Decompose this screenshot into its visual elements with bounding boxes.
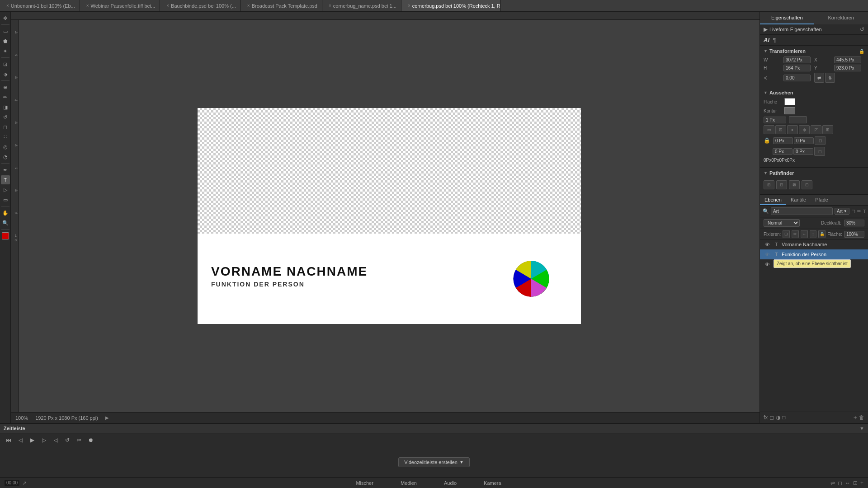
stamp-tool-icon[interactable]: ◨: [1, 103, 10, 112]
shape-opt-2[interactable]: ⊡: [775, 125, 786, 134]
play-icon[interactable]: ▶: [764, 26, 768, 33]
timeline-btn-loop[interactable]: ↺: [63, 436, 71, 444]
shape-opt-5[interactable]: ◸: [811, 125, 821, 134]
canvas-scroll-area[interactable]: VORNAME NACHNAME FUNKTION DER PERSON: [19, 20, 760, 412]
pf-btn-4[interactable]: ⊡: [802, 180, 812, 189]
timeline-btn-audio[interactable]: ◁: [52, 436, 60, 444]
fix-btn-4[interactable]: ↕: [810, 230, 817, 238]
visibility-icon-vorname[interactable]: 👁: [764, 241, 771, 248]
tab-0[interactable]: × Unbenannt-1 bei 100% (Eb...: [0, 0, 80, 11]
lasso-tool-icon[interactable]: ⬟: [1, 37, 10, 46]
bottom-bar-kamera[interactable]: Kamera: [484, 480, 501, 486]
text-tool-icon[interactable]: T: [1, 175, 10, 184]
fix-btn-1[interactable]: ⊡: [783, 230, 790, 238]
layer-fx-btn[interactable]: fx: [764, 414, 768, 421]
timeline-btn-start[interactable]: ⏮: [5, 436, 13, 444]
w-field[interactable]: [783, 56, 811, 63]
dodge-tool-icon[interactable]: ◔: [1, 152, 10, 161]
timeline-btn-next[interactable]: ▷: [40, 436, 48, 444]
layer-icon-3[interactable]: T: [863, 209, 866, 214]
eraser-tool-icon[interactable]: ◻: [1, 122, 10, 131]
tab-5[interactable]: × cornerbug.psd bei 100% (Rechteck 1, RG…: [401, 0, 501, 11]
layer-item-vorname[interactable]: 👁 T Vorname Nachname: [760, 239, 868, 249]
corner-opt-1[interactable]: ◻: [815, 136, 826, 145]
bottom-bar-audio[interactable]: Audio: [444, 480, 457, 486]
layer-group-btn[interactable]: □: [782, 414, 785, 421]
text-icon[interactable]: ¶: [773, 37, 776, 43]
tab-close-0[interactable]: ×: [6, 3, 9, 8]
timeline-btn-prev[interactable]: ◁: [16, 436, 24, 444]
brush-tool-icon[interactable]: ✏: [1, 93, 10, 102]
shape-opt-1[interactable]: ▭: [764, 125, 774, 134]
corner-x1[interactable]: [773, 137, 793, 144]
pf-btn-2[interactable]: ⊟: [776, 180, 787, 189]
fix-btn-5[interactable]: 🔒: [818, 230, 826, 238]
layers-search-input[interactable]: [771, 207, 833, 215]
blur-tool-icon[interactable]: ◎: [1, 142, 10, 151]
flaeche-color[interactable]: [784, 98, 795, 105]
stroke-style-1[interactable]: ──: [789, 116, 807, 123]
tab-2[interactable]: × Bauchbinde.psd bei 100% (...: [160, 0, 241, 11]
corner-lock[interactable]: 🔒: [764, 137, 770, 144]
fill-input[interactable]: [844, 231, 864, 238]
healing-tool-icon[interactable]: ⊕: [1, 83, 10, 92]
flip-h-icon[interactable]: ⇌: [814, 73, 824, 83]
layers-tab-ebenen[interactable]: Ebenen: [760, 195, 786, 205]
angle-field[interactable]: [783, 75, 811, 81]
tab-eigenschaften[interactable]: Eigenschaften: [760, 12, 814, 24]
tab-close-3[interactable]: ×: [247, 3, 250, 8]
create-video-timeline-btn[interactable]: Videozeiitleiste erstellen ▼: [398, 457, 470, 467]
layer-item-funktion[interactable]: 👁 T Funktion der Person Zeigt an, ob ein…: [760, 249, 868, 259]
tab-korrekturen[interactable]: Korrekturen: [814, 12, 868, 24]
tab-4[interactable]: × cornerbug_name.psd bei 1...: [322, 0, 401, 11]
crop-tool-icon[interactable]: ⊡: [1, 60, 10, 69]
shape-opt-6[interactable]: ⊞: [822, 125, 833, 134]
bottom-icon-1[interactable]: ⇌: [830, 480, 835, 486]
corner-y1[interactable]: [773, 148, 793, 155]
corner-opt-2[interactable]: ◻: [814, 147, 825, 156]
bottom-bar-mischer[interactable]: Mischer: [356, 480, 373, 486]
bottom-bar-medien[interactable]: Medien: [401, 480, 417, 486]
kontur-size-field[interactable]: [764, 117, 786, 123]
path-selection-tool-icon[interactable]: ▷: [1, 185, 10, 194]
tab-close-1[interactable]: ×: [86, 3, 89, 8]
history-tool-icon[interactable]: ↺: [1, 113, 10, 122]
marquee-tool-icon[interactable]: ▭: [1, 27, 10, 36]
bottom-icon-2[interactable]: ◻: [838, 480, 842, 486]
transformieren-header[interactable]: ▼ Transformieren 🔒: [764, 48, 864, 54]
layers-mode-select[interactable]: Normal Multiply Screen: [764, 219, 800, 227]
hand-tool-icon[interactable]: ✋: [1, 208, 10, 217]
tab-close-5[interactable]: ×: [408, 3, 410, 8]
fix-btn-3[interactable]: ↔: [801, 230, 808, 238]
corner-y2[interactable]: [793, 148, 813, 155]
visibility-icon-funktion[interactable]: 👁: [764, 251, 771, 258]
layer-icon-1[interactable]: ◻: [851, 208, 855, 214]
timeline-btn-record[interactable]: ⏺: [87, 436, 95, 444]
zoom-display[interactable]: 100%: [15, 415, 28, 421]
transformieren-lock[interactable]: 🔒: [859, 49, 864, 54]
corner-x2[interactable]: [794, 137, 814, 144]
opacity-input[interactable]: [844, 220, 864, 226]
shape-opt-3[interactable]: ▸: [787, 125, 798, 134]
h-field[interactable]: [783, 65, 811, 71]
expand-arrow[interactable]: ▶: [105, 415, 109, 420]
gradient-tool-icon[interactable]: ∷: [1, 132, 10, 141]
zoom-tool-icon[interactable]: 🔍: [1, 218, 10, 227]
layer-delete-btn[interactable]: 🗑: [859, 414, 864, 421]
bottom-icon-4[interactable]: ⊡: [853, 480, 858, 486]
flip-v-icon[interactable]: ⇅: [825, 73, 835, 83]
y-field[interactable]: [834, 65, 861, 71]
layers-filter-dropdown[interactable]: Art ▼: [835, 208, 849, 215]
shape-opt-4[interactable]: ⬗: [799, 125, 810, 134]
pen-tool-icon[interactable]: ✒: [1, 165, 10, 174]
layer-mask-btn[interactable]: ◻: [769, 414, 774, 421]
share-icon[interactable]: ↗: [22, 480, 27, 486]
eyedropper-tool-icon[interactable]: ⬗: [1, 70, 10, 79]
fix-btn-2[interactable]: ✏: [792, 230, 799, 238]
bottom-icon-3[interactable]: ↔: [845, 480, 850, 486]
layer-icon-2[interactable]: ✏: [857, 208, 861, 214]
layer-adj-btn[interactable]: ◑: [776, 414, 780, 421]
pf-btn-1[interactable]: ⊞: [764, 180, 774, 189]
pf-btn-3[interactable]: ⊠: [789, 180, 800, 189]
kontur-color[interactable]: [784, 107, 795, 114]
